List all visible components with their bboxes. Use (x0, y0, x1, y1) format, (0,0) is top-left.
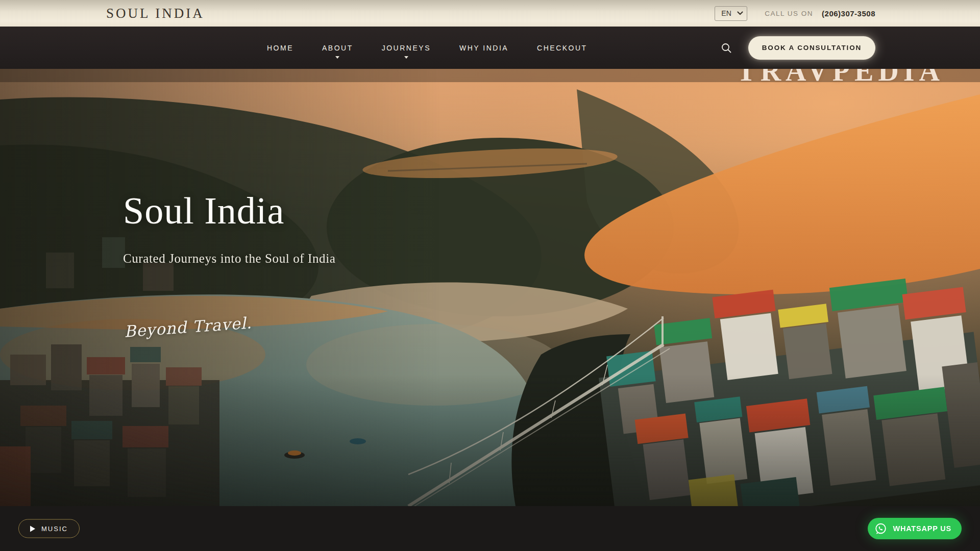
language-select-wrap: EN (715, 6, 747, 21)
music-label: MUSIC (41, 525, 68, 533)
search-icon[interactable] (718, 39, 735, 57)
hero-vignette-bottom (0, 69, 980, 506)
nav-item-journeys[interactable]: JOURNEYS (382, 37, 431, 59)
nav-item-checkout[interactable]: CHECKOUT (537, 37, 587, 59)
topbar-right-group: EN CALL US ON (206)307-3508 (715, 6, 875, 21)
hero-title: Soul India (123, 189, 284, 233)
hero-image (0, 69, 980, 506)
play-icon (30, 525, 35, 532)
book-consultation-button[interactable]: BOOK A CONSULTATION (748, 36, 875, 60)
language-select[interactable]: EN (715, 6, 747, 21)
nav-label: CHECKOUT (537, 37, 587, 52)
phone-number[interactable]: (206)307-3508 (822, 9, 875, 18)
nav-item-home[interactable]: HOME (267, 37, 293, 59)
main-nav: HOME ABOUT JOURNEYS WHY INDIA CHECKOUT B… (0, 27, 980, 69)
whatsapp-label: WHATSAPP US (893, 524, 951, 533)
nav-label: HOME (267, 37, 293, 52)
hero-section: TRAVPEDIA Soul India Curated Journeys in… (0, 69, 980, 506)
whatsapp-icon (874, 522, 888, 536)
nav-item-why-india[interactable]: WHY INDIA (459, 37, 508, 59)
nav-item-about[interactable]: ABOUT (322, 37, 353, 59)
nav-right-group: BOOK A CONSULTATION (718, 36, 875, 60)
top-bar: SOUL INDIA EN CALL US ON (206)307-3508 (0, 0, 980, 27)
site-logo[interactable]: SOUL INDIA (106, 6, 205, 21)
call-us-label: CALL US ON (765, 10, 813, 17)
nav-label: ABOUT (322, 37, 353, 52)
whatsapp-button[interactable]: WHATSAPP US (868, 518, 962, 539)
hero-subtitle: Curated Journeys into the Soul of India (123, 252, 335, 266)
nav-links: HOME ABOUT JOURNEYS WHY INDIA CHECKOUT (267, 37, 587, 59)
chevron-down-icon (404, 56, 408, 59)
chevron-down-icon (335, 56, 339, 59)
nav-label: JOURNEYS (382, 37, 431, 52)
nav-label: WHY INDIA (459, 37, 508, 52)
travpedia-watermark: TRAVPEDIA (737, 69, 944, 87)
music-button[interactable]: MUSIC (18, 519, 80, 538)
bottom-bar: MUSIC WHATSAPP US (0, 506, 980, 551)
